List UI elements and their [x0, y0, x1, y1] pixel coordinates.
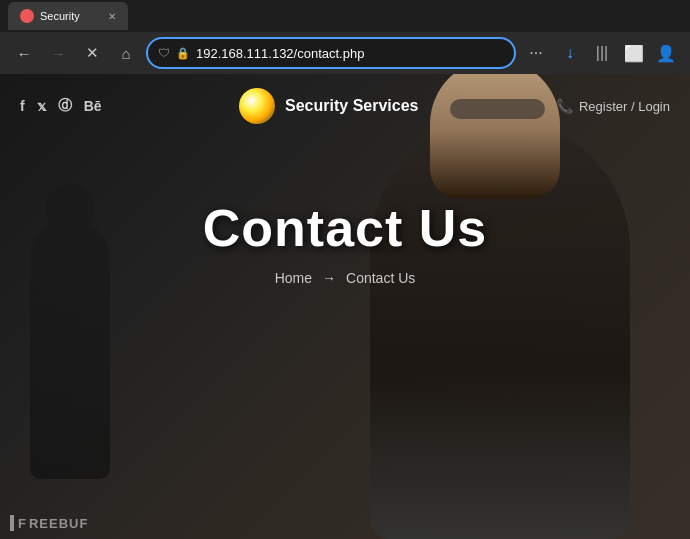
dribbble-link[interactable]: ⓓ: [58, 97, 72, 115]
site-logo[interactable]: Security Services: [239, 88, 418, 124]
nav-bar: ← → ✕ ⌂ 🛡 🔒 192.168.111.132/contact.php …: [0, 32, 690, 74]
register-text: Register / Login: [579, 99, 670, 114]
toolbar-icons: ↓ ||| ⬜ 👤: [556, 39, 680, 67]
page-title: Contact Us: [0, 198, 690, 258]
download-button[interactable]: ↓: [556, 39, 584, 67]
breadcrumb-current: Contact Us: [346, 270, 415, 286]
breadcrumb-home[interactable]: Home: [275, 270, 312, 286]
watermark-text: REEBUF: [29, 516, 88, 531]
facebook-link[interactable]: f: [20, 98, 25, 114]
tab-label: Security: [40, 10, 80, 22]
watermark: F REEBUF: [10, 515, 88, 531]
website-content: f 𝕩 ⓓ Bē Security Services 📞 Register / …: [0, 74, 690, 539]
reload-button[interactable]: ✕: [78, 39, 106, 67]
breadcrumb: Home → Contact Us: [0, 270, 690, 286]
address-menu-button[interactable]: ···: [522, 39, 550, 67]
lock-icon: 🔒: [176, 47, 190, 60]
back-button[interactable]: ←: [10, 39, 38, 67]
address-bar[interactable]: 🛡 🔒 192.168.111.132/contact.php: [146, 37, 516, 69]
active-tab[interactable]: Security ✕: [8, 2, 128, 30]
tabs-button[interactable]: ⬜: [620, 39, 648, 67]
phone-icon: 📞: [556, 98, 573, 114]
social-links: f 𝕩 ⓓ Bē: [20, 97, 102, 115]
watermark-bar: [10, 515, 14, 531]
browser-chrome: Security ✕ ← → ✕ ⌂ 🛡 🔒 192.168.111.132/c…: [0, 0, 690, 74]
tab-bar: Security ✕: [0, 0, 690, 32]
site-navigation: f 𝕩 ⓓ Bē Security Services 📞 Register / …: [0, 74, 690, 138]
hero-content: Contact Us Home → Contact Us: [0, 138, 690, 286]
logo-text: Security Services: [285, 97, 418, 115]
forward-button[interactable]: →: [44, 39, 72, 67]
breadcrumb-separator: →: [322, 270, 336, 286]
register-login-link[interactable]: 📞 Register / Login: [556, 98, 670, 114]
watermark-prefix: F: [18, 516, 27, 531]
bookmarks-button[interactable]: |||: [588, 39, 616, 67]
behance-link[interactable]: Bē: [84, 98, 102, 114]
address-text[interactable]: 192.168.111.132/contact.php: [196, 46, 504, 61]
security-icon: 🛡: [158, 46, 170, 60]
tab-close-button[interactable]: ✕: [108, 11, 116, 22]
home-button[interactable]: ⌂: [112, 39, 140, 67]
twitter-link[interactable]: 𝕩: [37, 98, 46, 114]
tab-favicon: [20, 9, 34, 23]
profile-button[interactable]: 👤: [652, 39, 680, 67]
logo-icon: [239, 88, 275, 124]
